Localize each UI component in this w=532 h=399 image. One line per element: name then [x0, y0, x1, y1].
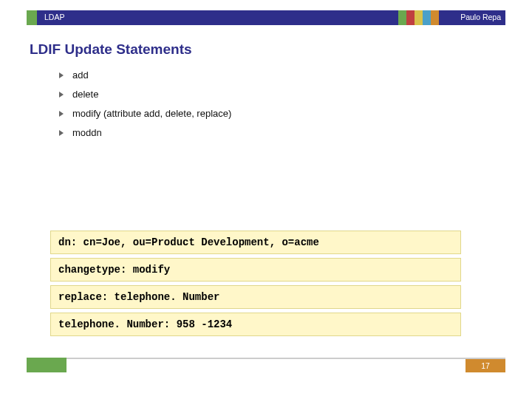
list-item: delete — [59, 89, 231, 100]
header-bar: LDAP Paulo Repa — [27, 10, 505, 25]
swatch — [415, 10, 423, 25]
page-number-box: 17 — [466, 359, 505, 372]
list-item: add — [59, 69, 231, 81]
swatch — [398, 10, 406, 25]
header-author: Paulo Repa — [460, 13, 501, 21]
header-label: LDAP — [44, 13, 64, 21]
list-item-label: add — [72, 69, 89, 81]
swatch — [406, 10, 415, 25]
footer-divider — [27, 358, 505, 359]
code-line: telephone. Number: 958 -1234 — [50, 313, 461, 336]
swatch — [423, 10, 431, 25]
bullet-arrow-icon — [59, 72, 64, 78]
list-item: moddn — [59, 127, 231, 138]
swatch — [431, 10, 439, 25]
header-swatches — [398, 10, 439, 25]
code-line: changetype: modify — [50, 258, 461, 282]
bullet-arrow-icon — [59, 92, 64, 98]
bullet-arrow-icon — [59, 130, 64, 136]
page-number: 17 — [481, 361, 490, 370]
list-item-label: moddn — [72, 127, 102, 138]
footer-accent — [27, 358, 66, 372]
slide-title: LDIF Update Statements — [30, 41, 192, 58]
list-item-label: modify (attribute add, delete, replace) — [72, 108, 231, 119]
bullet-arrow-icon — [59, 111, 64, 117]
slide: LDAP Paulo Repa LDIF Update Statements a… — [0, 0, 532, 399]
bullet-list: add delete modify (attribute add, delete… — [59, 69, 231, 146]
list-item-label: delete — [72, 89, 98, 100]
code-line: replace: telephone. Number — [50, 285, 461, 309]
header-accent — [27, 10, 37, 25]
list-item: modify (attribute add, delete, replace) — [59, 108, 231, 119]
code-line: dn: cn=Joe, ou=Product Development, o=ac… — [50, 231, 461, 254]
